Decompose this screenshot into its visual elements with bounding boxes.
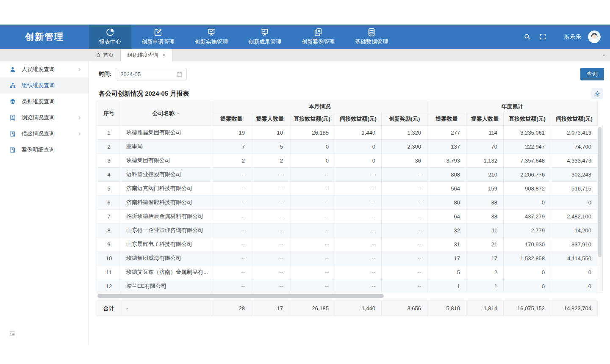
cell-value: 5 (251, 140, 289, 154)
vertical-scrollbar-thumb[interactable] (598, 127, 602, 257)
cell-value: 0 (551, 265, 598, 279)
topnav-item-board-chart[interactable]: 创新实施管理 (185, 25, 238, 49)
cell-seq: 12 (97, 279, 121, 293)
cell-value: -- (335, 168, 382, 182)
topnav-item-edit[interactable]: 创新申请管理 (131, 25, 185, 49)
col-header: 提案人数量 (466, 112, 504, 126)
sidebar-item-doc-star[interactable]: 借鉴情况查询 (0, 126, 89, 142)
sidebar-item-person[interactable]: 人员维度查询 (0, 61, 89, 77)
avatar[interactable] (588, 30, 601, 43)
cell-value: 1 (427, 279, 466, 293)
tabs: 首页组织维度查询× (89, 49, 173, 61)
sidebar-collapse-icon[interactable] (8, 331, 16, 337)
cell-value: 31 (427, 237, 466, 251)
total-value: 3,656 (382, 301, 427, 316)
col-header: 创新奖励(元) (382, 112, 427, 126)
fullscreen-icon[interactable] (539, 33, 546, 40)
cell-value: 36 (382, 154, 427, 168)
table-row: 4迈科管业控股有限公司----------8082102,206,776302,… (97, 168, 598, 182)
top-header: 创新管理 报表中心创新申请管理创新实施管理创新成果管理创新案例管理基础数据管理 … (0, 25, 610, 49)
col-header: 提案数量 (427, 112, 466, 126)
filter-row: 时间: (99, 68, 187, 80)
cell-seq: 2 (97, 140, 121, 154)
horizontal-scrollbar-thumb[interactable] (97, 294, 384, 298)
cell-value: -- (335, 237, 382, 251)
cell-value: 4,114,550 (551, 251, 598, 265)
cell-value: 7,357,648 (504, 154, 551, 168)
time-input[interactable] (116, 71, 176, 77)
sidebar-item-org-chart[interactable]: 组织维度查询 (0, 77, 89, 94)
tab-close-icon[interactable]: × (162, 52, 166, 58)
col-header-company[interactable]: 公司名称 (121, 101, 212, 126)
total-value: 28 (212, 301, 251, 316)
calendar-icon[interactable] (176, 71, 183, 77)
topnav-item-label: 创新案例管理 (302, 38, 335, 46)
cell-value: -- (335, 251, 382, 265)
vertical-scrollbar[interactable] (597, 126, 603, 293)
cell-value: 437,279 (504, 210, 551, 223)
table-row: 11玫德艾瓦兹（济南）金属制品有...----------5200 (97, 265, 598, 279)
cell-value: -- (335, 223, 382, 237)
col-header: 间接效益额(元) (335, 112, 382, 126)
cell-value: 2,482,100 (551, 210, 598, 223)
cell-value: -- (289, 168, 335, 182)
cell-value: -- (212, 223, 251, 237)
report-table-zone: 序号公司名称本月情况年度累计提案数量提案人数量直接效益额(元)间接效益额(元)创… (97, 101, 603, 293)
tabbar-dropdown-icon[interactable]: ▾ (603, 53, 610, 58)
cell-company: 玫德雅昌集团有限公司 (121, 126, 212, 140)
topnav-item-documents[interactable]: 创新案例管理 (291, 25, 345, 49)
sort-caret-icon[interactable] (176, 111, 180, 116)
top-navigation: 报表中心创新申请管理创新实施管理创新成果管理创新案例管理基础数据管理 (89, 25, 398, 49)
chevron-right-icon (77, 67, 82, 72)
username[interactable]: 展乐乐 (564, 33, 582, 41)
search-button[interactable]: 查询 (580, 68, 604, 80)
sidebar-item-layers[interactable]: 类别维度查询 (0, 94, 89, 110)
tab[interactable]: 组织维度查询× (121, 49, 173, 61)
cell-value: -- (251, 223, 289, 237)
cell-value: -- (335, 279, 382, 293)
cell-value: 32 (427, 223, 466, 237)
table-row: 2董事局75002,30013770222,94774,700 (97, 140, 598, 154)
report-table: 序号公司名称本月情况年度累计提案数量提案人数量直接效益额(元)间接效益额(元)创… (97, 101, 598, 293)
cell-company: 临沂玫德庚辰金属材料有限公司 (121, 210, 212, 223)
app-page: 创新管理 报表中心创新申请管理创新实施管理创新成果管理创新案例管理基础数据管理 … (0, 0, 610, 364)
main-content: 时间: 查询 各公司创新情况 2024-05 月报表 (89, 61, 610, 345)
table-row: 8山东得一企业管理咨询有限公司----------32112,77914,200 (97, 223, 598, 237)
time-picker[interactable] (116, 68, 187, 80)
cell-value: 0 (335, 140, 382, 154)
sidebar-item-doc-detail[interactable]: 案例明细查询 (0, 142, 89, 158)
col-header: 间接效益额(元) (551, 112, 598, 126)
horizontal-scrollbar[interactable] (97, 294, 597, 298)
edit-icon (153, 28, 163, 37)
cell-value: -- (289, 196, 335, 210)
topnav-item-board-bars[interactable]: 创新成果管理 (238, 25, 291, 49)
cell-seq: 6 (97, 196, 121, 210)
cell-value: 38 (466, 196, 504, 210)
cell-seq: 3 (97, 154, 121, 168)
cell-value: -- (212, 279, 251, 293)
total-value: 14,823,704 (551, 301, 598, 316)
cell-value: -- (289, 237, 335, 251)
cell-company: 玫德集团有限公司 (121, 154, 212, 168)
cell-value: -- (335, 265, 382, 279)
cell-value: -- (289, 251, 335, 265)
tab[interactable]: 首页 (89, 49, 121, 61)
col-header: 提案人数量 (251, 112, 289, 126)
search-icon[interactable] (524, 33, 531, 40)
cell-company: 山东晨晖电子科技有限公司 (121, 237, 212, 251)
table-row: 10玫德集团威海有限公司----------17171,532,8584,114… (97, 251, 598, 265)
cell-value: -- (335, 182, 382, 196)
cell-value: 564 (427, 182, 466, 196)
topnav-item-database[interactable]: 基础数据管理 (345, 25, 398, 49)
home-icon (96, 52, 101, 58)
cell-value: 0 (551, 279, 598, 293)
badge-icon (9, 114, 16, 121)
total-row: 合计-281726,1851,4403,6565,8101,81416,075,… (97, 301, 598, 316)
chevron-right-icon (77, 132, 82, 136)
table-settings-button[interactable] (591, 88, 603, 99)
cell-value: 26,185 (289, 126, 335, 140)
total-table: 合计-281726,1851,4403,6565,8101,81416,075,… (97, 301, 598, 316)
sidebar-item-badge[interactable]: 浏览情况查询 (0, 110, 89, 126)
topnav-item-pie-chart[interactable]: 报表中心 (89, 25, 131, 49)
cell-value: 38 (466, 210, 504, 223)
